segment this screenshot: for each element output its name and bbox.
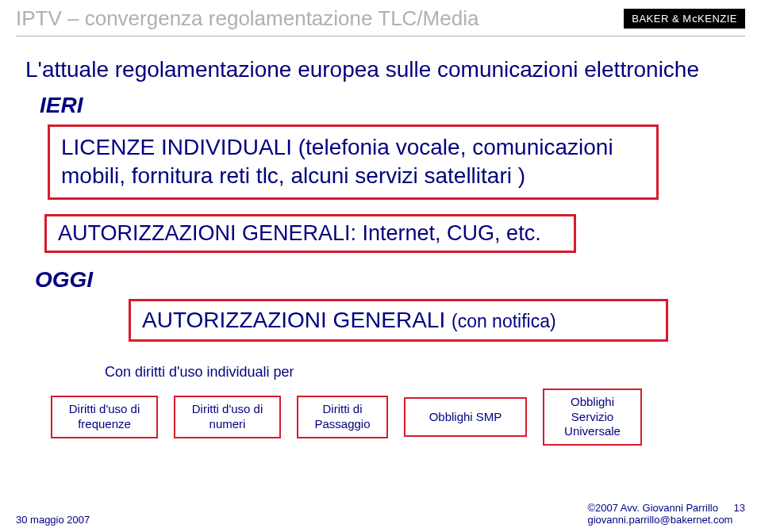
slide-footer: 30 maggio 2007 ©2007 Avv. Giovanni Parri…: [16, 502, 745, 526]
slide-header: IPTV – convergenza regolamentazione TLC/…: [0, 0, 761, 34]
autorizzazioni-generali-box: AUTORIZZAZIONI GENERALI (con notifica): [129, 299, 668, 342]
footer-right: ©2007 Avv. Giovanni Parrillo 13 giovanni…: [587, 502, 745, 526]
brand-logo: BAKER & MᴄKENZIE: [624, 9, 745, 29]
box3-main-text: AUTORIZZAZIONI GENERALI: [142, 308, 452, 332]
small-boxes-row: Diritti d'uso di frequenze Diritti d'uso…: [51, 388, 736, 446]
sb4-text: Obblighi SMP: [412, 410, 519, 425]
diritti-numeri-box: Diritti d'uso di numeri: [174, 396, 281, 438]
ieri-label: IERI: [40, 93, 736, 118]
sb5-line1: Obblighi: [551, 395, 634, 410]
slide-subtitle: L'attuale regolamentazione europea sulle…: [25, 55, 736, 83]
box3-small-text: (con notifica): [452, 311, 556, 331]
footer-copyright: ©2007 Avv. Giovanni Parrillo: [587, 502, 717, 514]
sb3-line2: Passaggio: [305, 417, 380, 432]
sb1-line2: frequenze: [59, 417, 150, 432]
sb2-line1: Diritti d'uso di: [182, 402, 273, 417]
slide-content: L'attuale regolamentazione europea sulle…: [0, 36, 761, 446]
page-number: 13: [734, 502, 745, 514]
footer-email: giovanni.parrillo@bakernet.com: [587, 514, 745, 526]
obblighi-servizio-box: Obblighi Servizio Universale: [543, 388, 642, 446]
footer-date: 30 maggio 2007: [16, 514, 90, 526]
licenze-box: LICENZE INDIVIDUALI (telefonia vocale, c…: [48, 124, 659, 200]
sb2-line2: numeri: [182, 417, 273, 432]
autorizzazioni-text: AUTORIZZAZIONI GENERALI: Internet, CUG, …: [58, 221, 563, 246]
autorizzazioni-box: AUTORIZZAZIONI GENERALI: Internet, CUG, …: [44, 214, 576, 253]
licenze-text-line2: mobili, fornitura reti tlc, alcuni servi…: [61, 162, 645, 190]
obblighi-smp-box: Obblighi SMP: [404, 397, 527, 438]
diritti-passaggio-box: Diritti di Passaggio: [297, 396, 388, 438]
sb5-line3: Universale: [551, 424, 634, 439]
sb5-line2: Servizio: [551, 410, 634, 425]
diritti-frequenze-box: Diritti d'uso di frequenze: [51, 396, 158, 438]
diritti-label: Con diritti d'uso individuali per: [105, 364, 736, 381]
header-title: IPTV – convergenza regolamentazione TLC/…: [16, 6, 479, 31]
oggi-label: OGGI: [35, 267, 736, 293]
licenze-text-line1: LICENZE INDIVIDUALI (telefonia vocale, c…: [61, 133, 645, 162]
sb3-line1: Diritti di: [305, 402, 380, 417]
sb1-line1: Diritti d'uso di: [59, 402, 150, 417]
